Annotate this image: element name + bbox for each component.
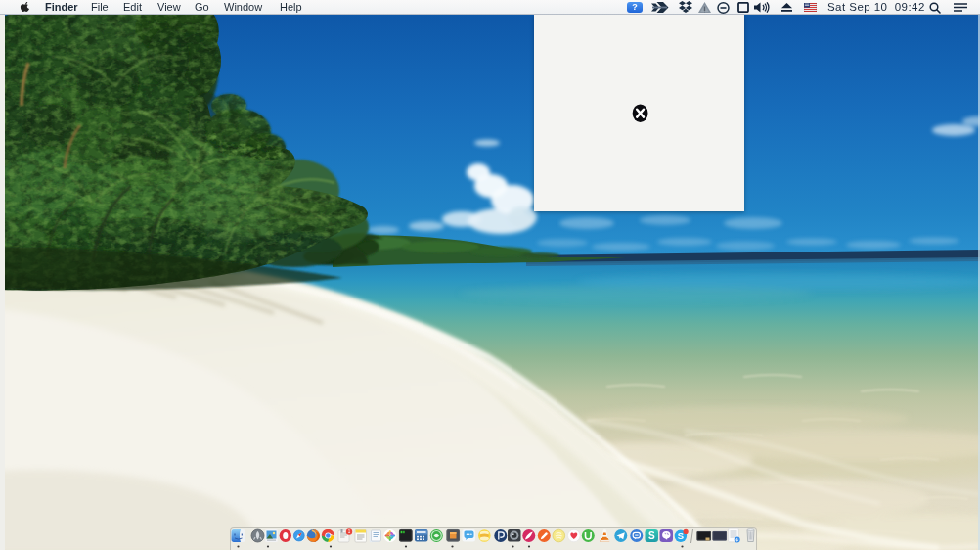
svg-text:S: S <box>678 530 684 541</box>
svg-text:S: S <box>648 530 655 541</box>
